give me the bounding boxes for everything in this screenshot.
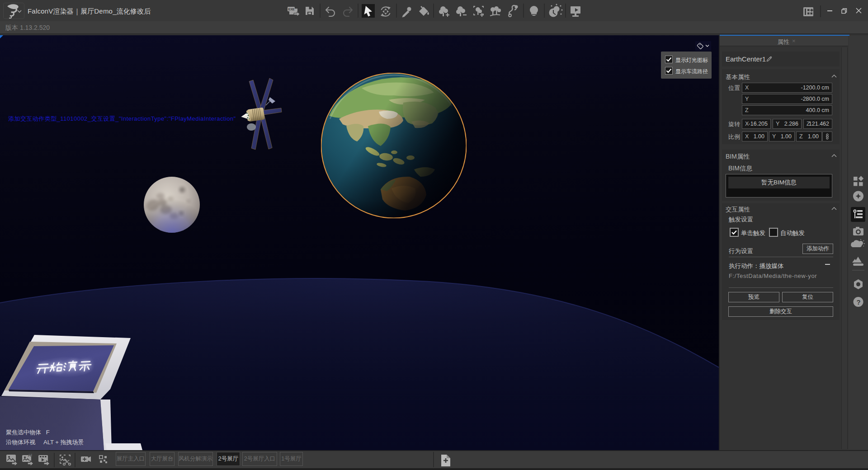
svg-text:EXE: EXE	[288, 8, 295, 11]
svg-text:?: ?	[857, 298, 861, 306]
svg-text:AI: AI	[28, 453, 32, 457]
